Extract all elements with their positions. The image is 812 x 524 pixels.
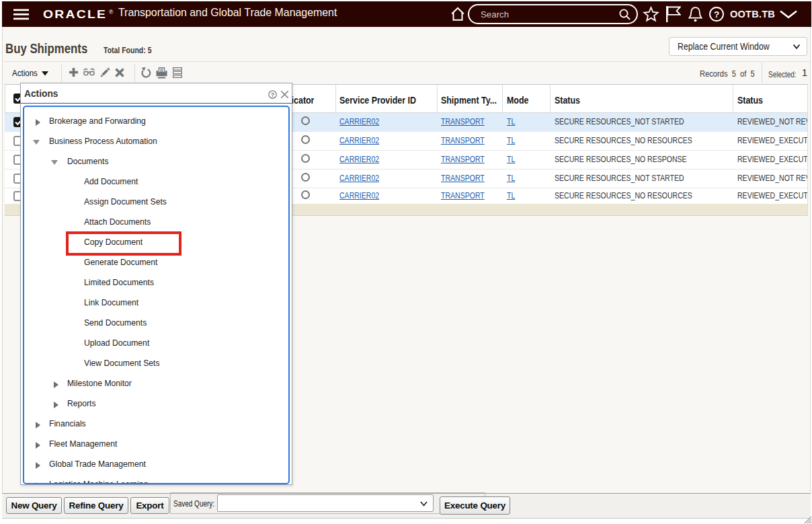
svg-text:?: ? bbox=[271, 91, 275, 98]
svg-text:?: ? bbox=[714, 9, 719, 20]
